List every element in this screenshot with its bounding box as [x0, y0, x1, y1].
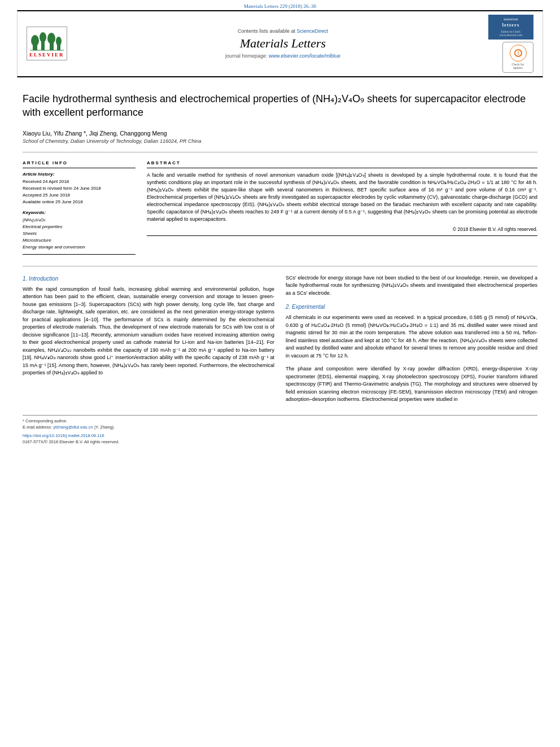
check-updates-badge[interactable]: Check forupdates — [502, 42, 533, 73]
copyright-text: © 2018 Elsevier B.V. All rights reserved… — [147, 226, 537, 232]
intro-heading: 1. Introduction — [23, 274, 274, 283]
intro-text-continued: SCs' electrode for energy storage have n… — [286, 274, 537, 298]
article-info-label: Article Info — [23, 160, 135, 165]
body-left-column: 1. Introduction With the rapid consumpti… — [23, 274, 274, 404]
svg-point-3 — [40, 32, 46, 42]
keyword-2: Electrical properties — [23, 224, 135, 230]
journal-title: Materials Letters — [77, 36, 488, 51]
keyword-3: Sheets — [23, 230, 135, 237]
article-title: Facile hydrothermal synthesis and electr… — [23, 92, 537, 120]
svg-point-7 — [56, 37, 62, 46]
footnote-corresponding: * Corresponding author. — [23, 418, 537, 424]
revised-date: Received in revised form 24 June 2018 — [23, 185, 135, 192]
journal-header: ELSEVIER Contents lists available at Sci… — [17, 10, 543, 77]
body-content: 1. Introduction With the rapid consumpti… — [23, 274, 537, 404]
ml-logo: materials letters Editor-in-Chief: www.e… — [488, 15, 533, 40]
article-title-row: Facile hydrothermal synthesis and electr… — [23, 92, 537, 125]
sciencedirect-text: Contents lists available at — [238, 28, 295, 34]
affiliation: School of Chemistry, Dalian University o… — [23, 138, 537, 144]
keywords-label: Keywords: — [23, 210, 135, 215]
header-right: materials letters Editor-in-Chief: www.e… — [488, 15, 533, 73]
experimental-heading: 2. Experimental — [286, 303, 537, 311]
accepted-date: Accepted 25 June 2018 — [23, 192, 135, 199]
experimental-text: All chemicals in our experiments were us… — [286, 314, 537, 360]
history-label: Article history: — [23, 172, 135, 177]
footnote-doi: https://doi.org/10.1016/j.matlet.2018.06… — [23, 433, 537, 439]
received-date: Received 24 April 2018 — [23, 178, 135, 185]
footnote-issn: 0167-577X/© 2018 Elsevier B.V. All right… — [23, 439, 537, 445]
footnote-email: E-mail address: yfzhang@dlut.edu.cn (Y. … — [23, 424, 537, 430]
footnote-email-link[interactable]: yfzhang@dlut.edu.cn — [53, 425, 93, 430]
top-bar: Materials Letters 229 (2018) 26–30 — [0, 0, 560, 10]
abstract-text: A facile and versatile method for synthe… — [147, 172, 537, 223]
experimental-text-continued: The phase and composition were identifie… — [286, 365, 537, 404]
elsevier-label: ELSEVIER — [29, 52, 64, 58]
svg-point-1 — [31, 35, 39, 46]
intro-text: With the rapid consumption of fossil fue… — [23, 286, 274, 377]
abstract-label: Abstract — [147, 160, 537, 165]
keyword-5: Energy storage and conversion — [23, 244, 135, 251]
abstract-column: Abstract A facile and versatile method f… — [147, 160, 537, 255]
article-meta-row: Article Info Article history: Received 2… — [23, 160, 537, 255]
footnote-area: * Corresponding author. E-mail address: … — [23, 415, 537, 445]
article-info-column: Article Info Article history: Received 2… — [23, 160, 135, 255]
journal-header-center: Contents lists available at ScienceDirec… — [77, 28, 488, 59]
homepage-url[interactable]: www.elsevier.com/locate/mlblue — [269, 53, 340, 59]
elsevier-logo: ELSEVIER — [27, 27, 77, 60]
body-right-column: SCs' electrode for energy storage have n… — [286, 274, 537, 404]
keyword-1: (NH₄)₂V₄O₅ — [23, 217, 135, 224]
citation-text: Materials Letters 229 (2018) 26–30 — [244, 3, 316, 9]
authors: Xiaoyu Liu, Yifu Zhang *, Jiqi Zheng, Ch… — [23, 130, 537, 137]
homepage-label: journal homepage: — [225, 53, 268, 59]
sciencedirect-link[interactable]: ScienceDirect — [296, 28, 328, 34]
svg-point-5 — [47, 33, 55, 44]
doi-link[interactable]: https://doi.org/10.1016/j.matlet.2018.06… — [23, 433, 104, 438]
available-date: Available online 25 June 2018 — [23, 199, 135, 206]
keyword-4: Microstructure — [23, 237, 135, 244]
